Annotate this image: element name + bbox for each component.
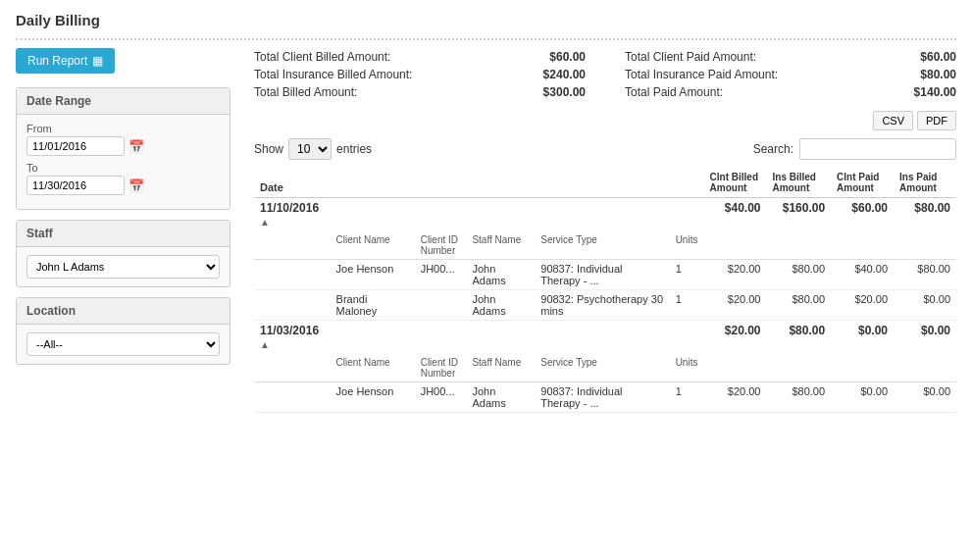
table-row: Joe Henson JH00... John Adams 90837: Ind… xyxy=(254,260,956,290)
th-ins-billed: Ins Billed Amount xyxy=(767,168,832,198)
service-type-cell: 90837: Individual Therapy - ... xyxy=(535,382,669,413)
summary-row-total-billed: Total Billed Amount: $300.00 xyxy=(254,83,586,101)
sh-staff-name: Staff Name xyxy=(466,231,535,260)
client-id-cell xyxy=(415,290,467,321)
date-group-row: 11/03/2016 ▲ $20.00 $80.00 $0.00 $0.00 xyxy=(254,321,956,355)
entries-select[interactable]: 10 xyxy=(288,138,332,160)
summary-row-ins-billed: Total Insurance Billed Amount: $240.00 xyxy=(254,66,586,83)
th-ins-paid: Ins Paid Amount xyxy=(894,168,956,198)
staff-name-cell: John Adams xyxy=(466,382,535,413)
from-date-input[interactable] xyxy=(26,136,125,156)
staff-title: Staff xyxy=(17,221,230,247)
service-type-cell: 90837: Individual Therapy - ... xyxy=(535,260,669,290)
date-clnt-billed: $20.00 xyxy=(704,321,767,355)
ins-billed-value: $240.00 xyxy=(527,68,586,81)
entries-label: entries xyxy=(336,142,372,156)
sub-header-row: Client Name Client ID Number Staff Name … xyxy=(254,231,956,260)
row-clnt-billed: $20.00 xyxy=(704,382,767,413)
client-name-cell: Joe Henson xyxy=(331,260,415,290)
date-range-title: Date Range xyxy=(17,88,230,115)
staff-name-cell: John Adams xyxy=(466,290,535,321)
ins-paid-label: Total Insurance Paid Amount: xyxy=(625,68,778,81)
ins-paid-value: $80.00 xyxy=(897,68,956,81)
units-cell: 1 xyxy=(670,260,704,290)
csv-button[interactable]: CSV xyxy=(873,111,913,130)
sh-units: Units xyxy=(670,354,704,382)
content-area: Total Client Billed Amount: $60.00 Total… xyxy=(246,48,956,413)
row-clnt-billed: $20.00 xyxy=(704,290,767,321)
from-calendar-icon[interactable]: 📅 xyxy=(128,139,144,154)
to-calendar-icon[interactable]: 📅 xyxy=(128,178,144,193)
sh-staff-name: Staff Name xyxy=(466,354,535,382)
client-paid-value: $60.00 xyxy=(897,50,956,64)
row-ins-paid: $0.00 xyxy=(894,290,956,321)
search-label: Search: xyxy=(753,142,793,156)
page-title: Daily Billing xyxy=(16,12,956,28)
chevron-icon[interactable]: ▲ xyxy=(260,217,270,228)
row-clnt-paid: $0.00 xyxy=(831,382,894,413)
th-units-placeholder xyxy=(670,168,704,198)
th-client-name-placeholder xyxy=(331,168,415,198)
summary-col2: Total Client Paid Amount: $60.00 Total I… xyxy=(625,48,956,101)
date-clnt-paid: $0.00 xyxy=(831,321,894,355)
sh-service-type: Service Type xyxy=(535,231,669,260)
sh-client-id: Client ID Number xyxy=(415,231,467,260)
staff-section: Staff John L Adams xyxy=(16,220,230,287)
to-label: To xyxy=(26,162,220,174)
units-cell: 1 xyxy=(670,290,704,321)
show-entries: Show 10 entries xyxy=(254,138,372,160)
date-group-row: 11/10/2016 ▲ $40.00 $160.00 $60.00 $80.0… xyxy=(254,198,956,232)
pdf-button[interactable]: PDF xyxy=(917,111,956,130)
sh-service-type: Service Type xyxy=(535,354,669,382)
sh-units: Units xyxy=(670,231,704,260)
to-date-input[interactable] xyxy=(26,176,125,195)
row-ins-billed: $80.00 xyxy=(767,382,832,413)
sidebar: Run Report ▦ Date Range From 📅 To 📅 xyxy=(16,48,246,413)
th-date: Date xyxy=(254,168,331,198)
client-billed-value: $60.00 xyxy=(527,50,586,64)
row-ins-paid: $0.00 xyxy=(894,382,956,413)
client-name-cell: Brandi Maloney xyxy=(331,290,415,321)
date-range-section: Date Range From 📅 To 📅 xyxy=(16,87,230,210)
summary-col1: Total Client Billed Amount: $60.00 Total… xyxy=(254,48,586,101)
row-clnt-paid: $20.00 xyxy=(831,290,894,321)
date-cell: 11/03/2016 ▲ xyxy=(254,321,331,355)
run-report-button[interactable]: Run Report ▦ xyxy=(16,48,115,74)
summary-row-client-billed: Total Client Billed Amount: $60.00 xyxy=(254,48,586,66)
search-wrap: Search: xyxy=(753,138,956,160)
date-ins-paid: $80.00 xyxy=(894,198,956,232)
th-clnt-paid: Clnt Paid Amount xyxy=(831,168,894,198)
summary-row-total-paid: Total Paid Amount: $140.00 xyxy=(625,83,956,101)
table-controls: Show 10 entries Search: xyxy=(254,138,956,160)
ins-billed-label: Total Insurance Billed Amount: xyxy=(254,68,412,81)
row-ins-billed: $80.00 xyxy=(767,290,832,321)
run-report-label: Run Report xyxy=(27,54,87,68)
summary-grid: Total Client Billed Amount: $60.00 Total… xyxy=(254,48,956,101)
show-label: Show xyxy=(254,142,283,156)
client-paid-label: Total Client Paid Amount: xyxy=(625,50,756,64)
date-clnt-billed: $40.00 xyxy=(704,198,767,232)
th-service-placeholder xyxy=(535,168,669,198)
summary-row-client-paid: Total Client Paid Amount: $60.00 xyxy=(625,48,956,66)
date-cell: 11/10/2016 ▲ xyxy=(254,198,331,232)
row-clnt-billed: $20.00 xyxy=(704,260,767,290)
total-billed-label: Total Billed Amount: xyxy=(254,85,357,99)
th-staff-placeholder xyxy=(466,168,535,198)
client-name-cell: Joe Henson xyxy=(331,382,415,413)
summary-row-ins-paid: Total Insurance Paid Amount: $80.00 xyxy=(625,66,956,83)
client-id-cell: JH00... xyxy=(415,260,467,290)
location-select[interactable]: --All-- xyxy=(26,332,220,356)
total-paid-value: $140.00 xyxy=(897,85,956,99)
total-billed-value: $300.00 xyxy=(527,85,586,99)
staff-select[interactable]: John L Adams xyxy=(26,255,220,279)
row-ins-paid: $80.00 xyxy=(894,260,956,290)
sh-client-name: Client Name xyxy=(331,354,415,382)
sh-client-id: Client ID Number xyxy=(415,354,467,382)
date-clnt-paid: $60.00 xyxy=(831,198,894,232)
chevron-icon[interactable]: ▲ xyxy=(260,339,270,350)
data-table: Date Clnt Billed Amount Ins Billed Amoun… xyxy=(254,168,956,413)
table-row: Joe Henson JH00... John Adams 90837: Ind… xyxy=(254,382,956,413)
date-ins-billed: $80.00 xyxy=(767,321,832,355)
search-input[interactable] xyxy=(799,138,956,160)
location-section: Location --All-- xyxy=(16,297,230,365)
